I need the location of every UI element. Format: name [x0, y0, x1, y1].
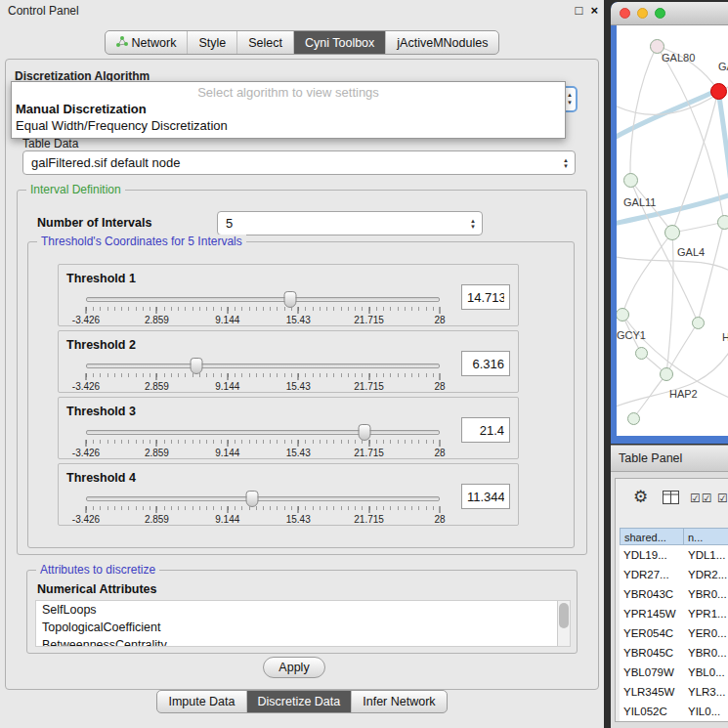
num-intervals-combo[interactable]: 5 ▲▼ [217, 211, 483, 236]
slider-thumb[interactable] [246, 491, 259, 507]
table-row[interactable]: YER054CYER0... [620, 623, 728, 643]
cell-name[interactable]: YDL1... [684, 545, 728, 565]
slider-thumb[interactable] [190, 358, 202, 374]
network-node[interactable] [664, 225, 680, 240]
network-window-titlebar[interactable] [611, 2, 728, 25]
threshold-slider[interactable] [86, 430, 440, 435]
gear-icon[interactable]: ⚙ [633, 487, 648, 507]
tab-label: Cyni Toolbox [305, 36, 374, 50]
list-item[interactable]: SelfLoops [36, 601, 570, 619]
float-window-icon[interactable]: □ [576, 3, 583, 18]
table-row[interactable]: YDR27...YDR2... [620, 565, 728, 584]
node-label: GAL4 [677, 246, 705, 258]
scrollbar-thumb[interactable] [559, 603, 569, 628]
table-header-row: shared... n... [620, 528, 728, 545]
tab-style[interactable]: Style [187, 31, 236, 54]
cell-shared-name[interactable]: YBL079W [620, 663, 684, 682]
dropdown-option-equal-width[interactable]: Equal Width/Frequency Discretization [12, 117, 565, 134]
cell-shared-name[interactable]: YDR27... [620, 565, 684, 584]
network-node[interactable] [717, 215, 728, 230]
cell-shared-name[interactable]: YLR345W [620, 682, 684, 702]
column-header-name[interactable]: n... [684, 528, 728, 545]
threshold-value-field[interactable] [461, 284, 510, 310]
network-canvas[interactable]: GAL80GAGAL11GAL4GCY1HAP2H [617, 25, 728, 436]
cell-shared-name[interactable]: YPR145W [620, 604, 684, 623]
table-row[interactable]: YPR145WYPR1... [620, 604, 728, 623]
attributes-group: Attributes to discretize Numerical Attri… [26, 570, 578, 654]
table-data-combo[interactable]: galFiltered.sif default node ▲▼ [22, 150, 576, 175]
control-panel: Control Panel □ × Network Style Select C… [0, 0, 604, 728]
close-icon[interactable]: × [590, 3, 598, 18]
cell-shared-name[interactable]: YBR043C [620, 584, 684, 604]
numerical-attributes-list[interactable]: SelfLoopsTopologicalCoefficientBetweenne… [35, 600, 571, 647]
network-node[interactable] [710, 83, 727, 100]
cell-name[interactable]: YBR0... [684, 643, 728, 663]
cell-shared-name[interactable]: YBR045C [620, 643, 684, 663]
tab-jactivemnodules[interactable]: jActiveMNodules [385, 31, 498, 54]
cell-shared-name[interactable]: YIL052C [620, 702, 684, 721]
select-all-columns-icon[interactable]: ☑☑ [690, 492, 713, 505]
tab-label: Discretize Data [258, 695, 341, 708]
node-label: H [722, 331, 728, 343]
cell-name[interactable]: YLR3... [684, 682, 728, 702]
major-tick [368, 440, 369, 447]
group-title: Threshold's Coordinates for 5 Intervals [37, 235, 246, 248]
thresholds-group: Threshold's Coordinates for 5 Intervals … [27, 241, 575, 548]
tab-discretize-data[interactable]: Discretize Data [246, 691, 352, 712]
slider-thumb[interactable] [283, 291, 296, 308]
cell-name[interactable]: YDR2... [684, 565, 728, 584]
slider-thumb[interactable] [359, 424, 371, 441]
network-node[interactable] [627, 412, 640, 425]
cell-name[interactable]: YER0... [684, 623, 728, 643]
table-row[interactable]: YDL19...YDL1... [620, 545, 728, 565]
threshold-slider[interactable] [86, 297, 440, 302]
threshold-slider[interactable] [86, 364, 440, 368]
threshold-row-1: Threshold 1 -3.4262.8599.14415.4321.7152… [58, 264, 519, 326]
dropdown-option-manual-discretization[interactable]: Manual Discretization [12, 101, 565, 117]
column-header-shared-name[interactable]: shared... [620, 528, 684, 545]
cell-name[interactable]: YBR0... [684, 584, 728, 604]
list-item[interactable]: BetweennessCentrality [36, 636, 570, 647]
columns-icon[interactable] [663, 491, 679, 508]
interval-definition-group: Interval Definition Number of Intervals … [17, 190, 587, 555]
network-tab-icon [116, 35, 128, 50]
network-node[interactable] [623, 173, 638, 188]
cell-name[interactable]: YPR1... [684, 604, 728, 623]
threshold-value-field[interactable] [461, 484, 510, 509]
cell-shared-name[interactable]: YER054C [620, 623, 684, 643]
cell-name[interactable]: YBL0... [684, 663, 728, 682]
zoom-traffic-light-icon[interactable] [655, 8, 665, 19]
cell-shared-name[interactable]: YDL19... [620, 545, 684, 565]
minimize-traffic-light-icon[interactable] [637, 8, 648, 19]
table-row[interactable]: YBR043CYBR0... [620, 584, 728, 604]
table-row[interactable]: YIL052CYIL0... [620, 702, 728, 721]
bottom-tab-bar: Impute Data Discretize Data Infer Networ… [0, 690, 604, 713]
table-row[interactable]: YBL079WYBL0... [620, 663, 728, 682]
tab-select[interactable]: Select [236, 31, 293, 54]
list-item[interactable]: TopologicalCoefficient [36, 619, 570, 636]
close-traffic-light-icon[interactable] [620, 8, 630, 19]
network-window: GAL80GAGAL11GAL4GCY1HAP2H [611, 2, 728, 444]
attributes-scrollbar[interactable] [557, 601, 570, 646]
num-intervals-label: Number of Intervals [37, 216, 151, 230]
tab-impute-data[interactable]: Impute Data [157, 691, 245, 712]
tab-cyni-toolbox[interactable]: Cyni Toolbox [293, 31, 385, 54]
combo-arrows-icon: ▲▼ [557, 157, 575, 169]
tick-label: 9.144 [215, 514, 239, 525]
threshold-value-field[interactable] [461, 351, 510, 376]
table-row[interactable]: YLR345WYLR3... [620, 682, 728, 702]
threshold-value-field[interactable] [461, 417, 510, 443]
major-tick [298, 440, 299, 447]
table-row[interactable]: YBR045CYBR0... [620, 643, 728, 663]
tab-network[interactable]: Network [106, 31, 188, 54]
select-columns-icon[interactable]: ☑☑ [717, 492, 728, 505]
apply-button[interactable]: Apply [263, 657, 325, 678]
threshold-slider[interactable] [86, 496, 440, 501]
table-panel: ⚙ ☑☑ ☑☑ shared... n... YDL19...YDL1...YD… [611, 472, 728, 728]
network-node[interactable] [635, 347, 648, 360]
cell-name[interactable]: YIL0... [684, 702, 728, 721]
network-node[interactable] [692, 317, 705, 329]
tab-infer-network[interactable]: Infer Network [351, 691, 446, 712]
cyni-settings-panel: Discretization Algorithm ▲▼ Select algor… [5, 59, 599, 690]
network-node[interactable] [660, 367, 673, 381]
